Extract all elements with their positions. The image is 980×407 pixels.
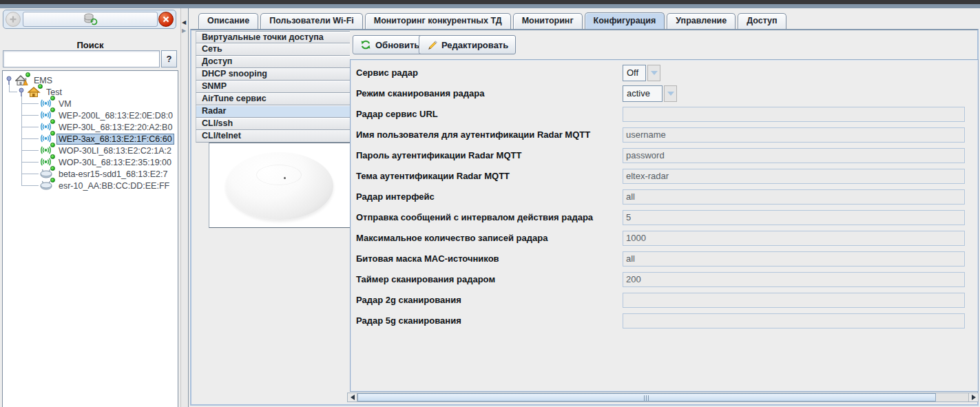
- combo-value[interactable]: Off: [623, 65, 646, 81]
- tree-node-label[interactable]: EMS: [32, 76, 54, 85]
- radar-service-url-field[interactable]: [623, 107, 965, 122]
- tree-node-label[interactable]: WOP-30LI_68:13:E2:C2:1A:2: [57, 146, 173, 156]
- scroll-right-button[interactable]: [968, 393, 978, 401]
- status-online-dot: [38, 84, 43, 89]
- form-row: Радар интерфейс all: [351, 188, 978, 209]
- form-row: Пароль аутентификации Radar MQTT passwor…: [351, 147, 978, 167]
- section-access[interactable]: Доступ: [196, 56, 350, 68]
- edit-label: Редактировать: [441, 40, 508, 50]
- radar-5g-scan-field[interactable]: [623, 313, 965, 328]
- status-online-dot: [50, 107, 55, 112]
- section-radar[interactable]: Radar: [196, 105, 350, 118]
- tree-node-test[interactable]: Test: [18, 86, 63, 98]
- search-input[interactable]: [3, 50, 160, 67]
- radar-scan-timer-field[interactable]: 200: [623, 272, 965, 287]
- refresh-icon: [360, 39, 371, 50]
- form-row: Максимальное количество записей радара 1…: [351, 229, 978, 250]
- form-row: Отправка сообщений с интервалом действия…: [351, 209, 978, 229]
- radar-service-combo[interactable]: Off: [623, 65, 660, 81]
- tab-description[interactable]: Описание: [198, 13, 258, 29]
- triangle-right-icon: [972, 395, 976, 400]
- mqtt-username-field[interactable]: username: [623, 127, 965, 143]
- tab-access[interactable]: Доступ: [738, 13, 786, 29]
- close-icon: [163, 16, 169, 23]
- tab-management[interactable]: Управление: [667, 13, 736, 29]
- combo-dropdown-button[interactable]: [647, 65, 660, 81]
- field-label: Тема аутентификации Radar MQTT: [356, 171, 510, 181]
- tab-wifi-users[interactable]: Пользователи Wi-Fi: [260, 13, 363, 29]
- tree-node-device[interactable]: esr-10_AA:BB:CC:DD:EE:FF: [40, 180, 171, 191]
- section-virtual-aps[interactable]: Виртуальные точки доступа: [196, 31, 350, 43]
- section-cli-telnet[interactable]: CLI/telnet: [196, 130, 350, 143]
- pencil-icon: [426, 39, 437, 50]
- radar-interval-field[interactable]: 5: [623, 210, 965, 225]
- tree-line: [21, 138, 39, 139]
- tree-node-device[interactable]: WOP-30L_68:13:E2:35:19:00: [40, 156, 173, 168]
- combo-dropdown-button[interactable]: [664, 85, 677, 102]
- mac-bitmask-field[interactable]: all: [623, 251, 965, 267]
- form-row: Имя пользователя для аутентификации Rada…: [351, 126, 978, 147]
- horizontal-scrollbar[interactable]: [347, 393, 979, 402]
- close-panel-button[interactable]: [158, 12, 174, 27]
- chevron-down-icon: [667, 92, 674, 96]
- form-row: Режим сканирования радара active: [351, 85, 978, 105]
- form-row: Радар 5g сканирования: [351, 312, 978, 333]
- tree-node-label[interactable]: Test: [45, 87, 63, 97]
- device-tree: EMS Test: [2, 70, 178, 407]
- status-online-dot: [50, 143, 55, 147]
- add-button[interactable]: [6, 12, 21, 27]
- status-online-dot: [50, 131, 55, 136]
- tab-configuration[interactable]: Конфигурация: [585, 12, 665, 29]
- tree-node-device-selected[interactable]: WEP-3ax_68:13:E2:1F:C6:60: [40, 133, 174, 145]
- tree-node-device[interactable]: VM: [40, 98, 73, 109]
- field-label: Радар 5g сканирования: [356, 315, 461, 326]
- tree-node-device[interactable]: WEP-30L_68:13:E2:20:A2:B0: [40, 121, 174, 133]
- expand-handle-icon[interactable]: [18, 87, 26, 97]
- tree-line: [9, 92, 17, 92]
- search-help-button[interactable]: ?: [161, 50, 177, 67]
- status-online-dot: [25, 72, 30, 77]
- database-sync-button[interactable]: [23, 12, 158, 27]
- tab-rival-ap-monitoring[interactable]: Мониторинг конкурентных ТД: [365, 13, 511, 29]
- mqtt-topic-field[interactable]: eltex-radar: [623, 169, 965, 184]
- field-label: Имя пользователя для аутентификации Rada…: [356, 129, 590, 140]
- section-network[interactable]: Сеть: [196, 43, 350, 56]
- tree-node-ems[interactable]: EMS: [6, 74, 54, 86]
- refresh-label: Обновить: [375, 40, 419, 50]
- tree-node-device[interactable]: WEP-200L_68:13:E2:0E:D8:0: [40, 109, 174, 121]
- tree-node-label[interactable]: WEP-200L_68:13:E2:0E:D8:0: [57, 111, 174, 121]
- server-house-icon: [15, 75, 28, 85]
- expand-handle-icon[interactable]: [6, 75, 14, 85]
- mqtt-password-field[interactable]: password: [623, 148, 965, 163]
- splitter-handle[interactable]: ◀ ▶: [180, 8, 189, 407]
- tree-node-label[interactable]: WOP-30L_68:13:E2:35:19:00: [57, 158, 173, 167]
- section-dhcp-snooping[interactable]: DHCP snooping: [196, 68, 350, 81]
- tree-node-label[interactable]: WEP-3ax_68:13:E2:1F:C6:60: [57, 134, 174, 144]
- tree-node-device[interactable]: beta-esr15-sdd1_68:13:E2:7: [40, 168, 169, 180]
- combo-value[interactable]: active: [623, 85, 663, 102]
- splitter-collapse-left-icon[interactable]: ◀: [182, 19, 186, 26]
- tree-node-device[interactable]: WOP-30LI_68:13:E2:C2:1A:2: [40, 145, 173, 156]
- tree-node-label[interactable]: esr-10_AA:BB:CC:DD:EE:FF: [57, 181, 171, 191]
- refresh-button[interactable]: Обновить: [353, 35, 427, 54]
- scrollbar-thumb[interactable]: [357, 393, 936, 401]
- scroll-left-button[interactable]: [348, 393, 357, 401]
- form-row: Битовая маска MAC-источников all: [351, 250, 978, 271]
- tree-node-label[interactable]: WEP-30L_68:13:E2:20:A2:B0: [57, 123, 174, 132]
- tab-monitoring[interactable]: Мониторинг: [513, 13, 583, 29]
- edit-button[interactable]: Редактировать: [419, 35, 516, 54]
- field-label: Режим сканирования радара: [356, 88, 484, 98]
- splitter-expand-right-icon[interactable]: ▶: [182, 28, 186, 34]
- tree-line: [21, 162, 39, 163]
- section-cli-ssh[interactable]: CLI/ssh: [196, 118, 350, 130]
- radar-interface-field[interactable]: all: [623, 189, 965, 205]
- radar-2g-scan-field[interactable]: [623, 293, 965, 308]
- radar-max-records-field[interactable]: 1000: [623, 231, 965, 246]
- tree-node-label[interactable]: VM: [57, 99, 73, 109]
- field-label: Радар 2g сканирования: [356, 295, 461, 305]
- section-airtune[interactable]: AirTune сервис: [196, 93, 350, 105]
- radar-scan-mode-combo[interactable]: active: [623, 85, 677, 102]
- tree-line: [21, 174, 39, 174]
- section-snmp[interactable]: SNMP: [196, 81, 350, 93]
- tree-node-label[interactable]: beta-esr15-sdd1_68:13:E2:7: [57, 169, 169, 179]
